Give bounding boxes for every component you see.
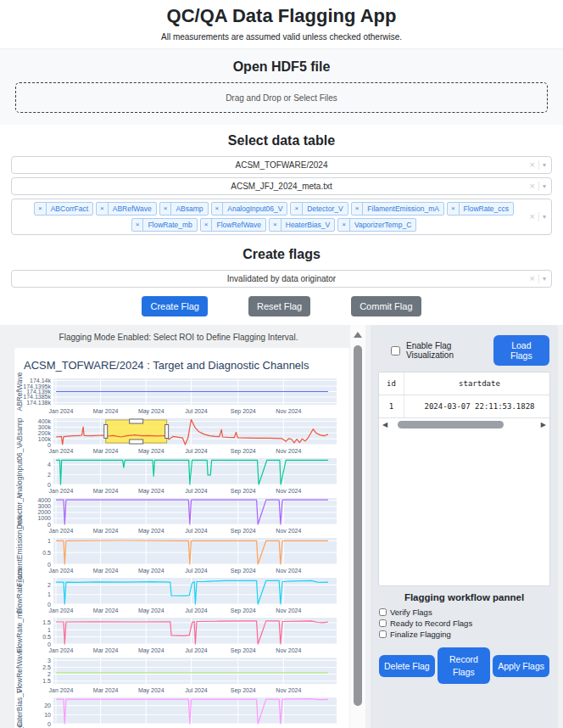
table-horizontal-scrollbar[interactable]: ◀ ▶	[379, 418, 549, 431]
clear-icon[interactable]: ×	[530, 182, 535, 191]
subplot-FilamentEmission_mA[interactable]: Jan 2024Mar 2024May 2024Jul 2024Sep 2024…	[14, 536, 348, 576]
file-dropzone[interactable]: Drag and Drop or Select Files	[15, 82, 548, 113]
apply-flags-button[interactable]: Apply Flags	[493, 655, 549, 677]
record-flags-button[interactable]: Record Flags	[438, 647, 490, 684]
delete-flag-button[interactable]: Delete Flag	[379, 655, 435, 677]
remove-variable-icon[interactable]: ×	[448, 203, 460, 215]
svg-text:174.1385k: 174.1385k	[23, 394, 51, 400]
table-scrollbar-thumb[interactable]	[398, 421, 504, 428]
svg-text:Sep 2024: Sep 2024	[231, 408, 256, 415]
clear-icon[interactable]: ×	[530, 274, 535, 283]
caret-down-icon[interactable]: ▾	[543, 214, 546, 221]
scroll-left-icon[interactable]: ◀	[382, 422, 387, 428]
svg-text:Mar 2024: Mar 2024	[93, 687, 119, 693]
svg-text:Sep 2024: Sep 2024	[231, 608, 256, 614]
vertical-scrollbar-thumb[interactable]	[354, 345, 362, 706]
y-axis-label: VaporizerTemp_C	[15, 722, 24, 728]
table-header-id[interactable]: id	[379, 372, 404, 395]
subplot-AnalogInput06_V[interactable]: Jan 2024Mar 2024May 2024Jul 2024Sep 2024…	[14, 456, 348, 496]
file-dropdown[interactable]: ACSM_JFJ_2024_meta.txt × ▾	[11, 177, 552, 195]
variables-multiselect[interactable]: ×ABCorrFact×ABRefWave×ABsamp×AnalogInput…	[11, 199, 552, 235]
remove-variable-icon[interactable]: ×	[338, 219, 350, 231]
svg-text:174.139k: 174.139k	[26, 389, 51, 395]
clear-icon[interactable]: ×	[530, 160, 535, 170]
svg-text:May 2024: May 2024	[138, 647, 164, 654]
clear-icon[interactable]: ×	[530, 212, 535, 221]
vertical-scrollbar[interactable]	[350, 325, 365, 728]
remove-variable-icon[interactable]: ×	[201, 219, 213, 231]
reset-flag-button[interactable]: Reset Flag	[248, 296, 310, 316]
flag-type-dropdown[interactable]: Invalidated by data originator × ▾	[11, 270, 552, 288]
roi-drag-handle[interactable]	[165, 425, 169, 439]
workflow-checkbox-finalize-flagging[interactable]	[379, 630, 387, 638]
variable-chip[interactable]: ×Detector_V	[290, 202, 348, 216]
workflow-check-row: Verify Flags	[379, 607, 558, 617]
variable-chip-label: HeaterBias_V	[282, 219, 334, 231]
variable-chip[interactable]: ×HeaterBias_V	[269, 218, 335, 232]
caret-down-icon[interactable]: ▾	[543, 276, 546, 283]
subplot-Detector_V[interactable]: Jan 2024Mar 2024May 2024Jul 2024Sep 2024…	[14, 496, 348, 536]
commit-flag-button[interactable]: Commit Flag	[351, 296, 421, 316]
workflow-checkbox-verify-flags[interactable]	[379, 608, 387, 616]
svg-text:0: 0	[47, 721, 51, 727]
subplot-FlowRefWave[interactable]: Jan 2024Mar 2024May 2024Jul 2024Sep 2024…	[14, 656, 348, 696]
subplot-HeaterBias_V[interactable]: Jan 2024Mar 2024May 2024Jul 2024Sep 2024…	[14, 696, 348, 728]
variable-chip-label: ABCorrFact	[47, 203, 92, 215]
svg-text:Nov 2024: Nov 2024	[276, 568, 301, 574]
subplot-ABRefWave[interactable]: Jan 2024Mar 2024May 2024Jul 2024Sep 2024…	[14, 377, 348, 417]
remove-variable-icon[interactable]: ×	[160, 203, 172, 215]
remove-variable-icon[interactable]: ×	[352, 203, 364, 215]
workflow-checkbox-ready-to-record-flags[interactable]	[379, 619, 387, 627]
svg-text:May 2024: May 2024	[138, 448, 164, 455]
flag-type-dropdown-value: Invalidated by data originator	[227, 274, 336, 283]
svg-text:3000: 3000	[37, 503, 51, 509]
svg-text:Mar 2024: Mar 2024	[93, 568, 119, 574]
variable-chip[interactable]: ×FlowRate_mb	[131, 218, 198, 232]
remove-variable-icon[interactable]: ×	[270, 219, 282, 231]
remove-variable-icon[interactable]: ×	[212, 203, 224, 215]
variable-chip-label: FilamentEmission_mA	[363, 203, 443, 215]
variable-chip[interactable]: ×FlowRate_ccs	[447, 202, 514, 216]
subplot-FlowRate_mb[interactable]: Jan 2024Mar 2024May 2024Jul 2024Sep 2024…	[14, 616, 348, 656]
variable-chip[interactable]: ×AnalogInput06_V	[211, 202, 288, 216]
remove-variable-icon[interactable]: ×	[132, 219, 144, 231]
subplot-ABsamp[interactable]: Jan 2024Mar 2024May 2024Jul 2024Sep 2024…	[14, 417, 348, 456]
svg-text:300k: 300k	[38, 424, 52, 430]
roi-drag-handle[interactable]	[104, 425, 108, 439]
dataset-dropdown[interactable]: ACSM_TOFWARE/2024 × ▾	[11, 156, 552, 174]
svg-text:174.14k: 174.14k	[30, 378, 51, 384]
scroll-up-icon[interactable]	[354, 332, 362, 338]
svg-text:Jul 2024: Jul 2024	[185, 608, 208, 613]
variable-chip[interactable]: ×VaporizerTemp_C	[337, 218, 416, 232]
remove-variable-icon[interactable]: ×	[35, 203, 47, 215]
caret-down-icon[interactable]: ▾	[543, 183, 546, 190]
remove-variable-icon[interactable]: ×	[291, 203, 303, 215]
svg-text:Jan 2024: Jan 2024	[49, 448, 74, 454]
create-flag-button[interactable]: Create Flag	[142, 296, 207, 316]
table-header-startdate[interactable]: startdate	[404, 372, 550, 395]
workflow-heading: Flagging workflow pannel	[371, 592, 558, 602]
upload-section: Open HDF5 file Drag and Drop or Select F…	[0, 48, 563, 125]
svg-text:174.138k: 174.138k	[26, 400, 51, 406]
roi-drag-handle[interactable]	[130, 419, 143, 423]
svg-text:2: 2	[47, 472, 51, 478]
variable-chip[interactable]: ×FlowRefWave	[200, 218, 266, 232]
variable-chip[interactable]: ×ABRefWave	[96, 202, 157, 216]
svg-text:Jul 2024: Jul 2024	[185, 408, 208, 414]
scroll-right-icon[interactable]: ▶	[541, 422, 546, 428]
svg-text:Mar 2024: Mar 2024	[93, 647, 119, 653]
variable-chip[interactable]: ×ABCorrFact	[34, 202, 93, 216]
variable-chip[interactable]: ×ABsamp	[159, 202, 209, 216]
page-title: QC/QA Data Flagging App	[0, 5, 563, 27]
svg-text:Nov 2024: Nov 2024	[276, 647, 301, 653]
roi-drag-handle[interactable]	[130, 440, 143, 444]
svg-text:Sep 2024: Sep 2024	[231, 568, 256, 574]
subplot-FlowRate_ccs[interactable]: Jan 2024Mar 2024May 2024Jul 2024Sep 2024…	[14, 576, 348, 616]
load-flags-button[interactable]: Load Flags	[493, 335, 549, 366]
table-row[interactable]: 12024-03-07 22:11:53.18282024-05-28 17	[379, 395, 550, 418]
enable-flag-viz-checkbox[interactable]	[391, 346, 400, 356]
variable-chip[interactable]: ×FilamentEmission_mA	[351, 202, 444, 216]
remove-variable-icon[interactable]: ×	[97, 203, 109, 215]
dropzone-label: Drag and Drop or Select Files	[226, 93, 337, 103]
caret-down-icon[interactable]: ▾	[543, 162, 546, 169]
